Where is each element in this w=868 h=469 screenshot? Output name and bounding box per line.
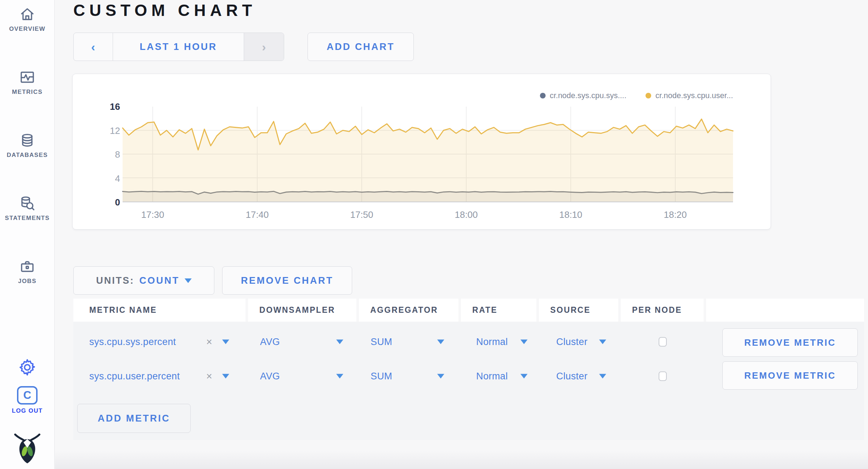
column-header-source: SOURCE (539, 299, 618, 322)
downsampler-dropdown[interactable]: AVG (260, 371, 280, 382)
sidebar-settings[interactable] (0, 358, 55, 376)
sidebar-logout[interactable]: C LOG OUT (0, 386, 55, 414)
column-header-downsampler: DOWNSAMPLER (248, 299, 356, 322)
chevron-down-icon[interactable] (520, 374, 528, 379)
per-node-checkbox[interactable] (659, 372, 667, 381)
chevron-down-icon[interactable] (599, 374, 606, 379)
aggregator-dropdown[interactable]: SUM (371, 337, 392, 347)
chevron-down-icon[interactable] (222, 340, 229, 344)
legend-label: cr.node.sys.cpu.user... (655, 91, 733, 100)
legend-item[interactable]: cr.node.sys.cpu.user... (646, 91, 733, 100)
chevron-down-icon[interactable] (437, 374, 444, 379)
clear-metric-icon[interactable]: × (206, 336, 212, 348)
chevron-down-icon[interactable] (437, 340, 444, 344)
cockroachdb-bug-icon (9, 434, 46, 466)
x-axis-tick: 18:10 (559, 209, 582, 220)
legend-label: cr.node.sys.cpu.sys.... (550, 91, 626, 100)
remove-metric-button[interactable]: REMOVE METRIC (722, 328, 858, 357)
time-range-label[interactable]: LAST 1 HOUR (113, 33, 244, 61)
cockroach-c-icon: C (17, 386, 38, 405)
legend-dot-icon (646, 93, 651, 98)
units-label: UNITS: (96, 275, 134, 286)
sidebar: OVERVIEW METRICS DATABASES (0, 0, 55, 469)
chart-card: cr.node.sys.cpu.sys.... cr.node.sys.cpu.… (72, 74, 771, 230)
x-axis-tick: 18:20 (664, 209, 687, 220)
aggregator-dropdown[interactable]: SUM (371, 371, 392, 382)
sidebar-logo (0, 434, 55, 466)
home-icon (19, 6, 36, 23)
y-axis-tick: 8 (87, 149, 120, 160)
metric-name-value[interactable]: sys.cpu.user.percent (89, 371, 180, 382)
gear-icon (18, 358, 36, 376)
y-axis-tick: 0 (87, 197, 120, 208)
sidebar-item-databases[interactable]: DATABASES (0, 132, 55, 159)
time-prev-button[interactable]: ‹ (74, 33, 113, 61)
column-header-actions (706, 299, 864, 322)
chart-legend: cr.node.sys.cpu.sys.... cr.node.sys.cpu.… (540, 91, 733, 100)
x-axis-tick: 17:40 (246, 209, 269, 220)
metric-name-value[interactable]: sys.cpu.sys.percent (89, 337, 176, 347)
sidebar-item-statements[interactable]: STATEMENTS (0, 195, 55, 222)
chevron-down-icon (185, 278, 192, 283)
sidebar-item-label: METRICS (0, 89, 55, 96)
chevron-down-icon[interactable] (336, 374, 343, 379)
remove-metric-button[interactable]: REMOVE METRIC (722, 361, 858, 390)
per-node-checkbox[interactable] (659, 337, 667, 347)
y-axis-tick: 12 (87, 125, 120, 136)
sidebar-item-label: JOBS (0, 278, 55, 285)
x-axis-tick: 17:50 (350, 209, 373, 220)
rate-dropdown[interactable]: Normal (476, 337, 508, 347)
column-header-metric-name: METRIC NAME (73, 299, 246, 322)
sidebar-item-overview[interactable]: OVERVIEW (0, 6, 55, 33)
time-next-button-disabled[interactable]: › (244, 33, 284, 61)
sidebar-item-label: OVERVIEW (0, 26, 55, 33)
rate-dropdown[interactable]: Normal (476, 371, 508, 382)
remove-chart-button[interactable]: REMOVE CHART (222, 266, 352, 295)
y-axis-tick: 16 (87, 101, 120, 112)
jobs-icon (19, 258, 36, 275)
sidebar-item-jobs[interactable]: JOBS (0, 258, 55, 285)
x-axis-tick: 17:30 (141, 209, 164, 220)
chevron-left-icon: ‹ (91, 41, 95, 53)
y-axis-tick: 4 (87, 173, 120, 184)
clear-metric-icon[interactable]: × (206, 371, 212, 382)
add-chart-button[interactable]: ADD CHART (308, 33, 414, 61)
databases-icon (19, 132, 36, 149)
chevron-down-icon[interactable] (520, 340, 528, 344)
time-range-picker: ‹ LAST 1 HOUR › (73, 33, 284, 61)
custom-chart-page: OVERVIEW METRICS DATABASES (0, 0, 868, 469)
logout-label: LOG OUT (0, 407, 55, 414)
chevron-right-icon: › (262, 41, 266, 53)
column-header-aggregator: AGGREGATOR (359, 299, 458, 322)
legend-dot-icon (540, 93, 546, 98)
sidebar-item-metrics[interactable]: METRICS (0, 69, 55, 96)
units-dropdown[interactable]: UNITS: COUNT (73, 266, 214, 295)
source-dropdown[interactable]: Cluster (556, 371, 587, 382)
units-value: COUNT (139, 275, 180, 286)
downsampler-dropdown[interactable]: AVG (260, 337, 280, 347)
x-axis-tick: 18:00 (455, 209, 478, 220)
legend-item[interactable]: cr.node.sys.cpu.sys.... (540, 91, 626, 100)
sidebar-item-label: DATABASES (0, 152, 55, 159)
chevron-down-icon[interactable] (336, 340, 343, 344)
source-dropdown[interactable]: Cluster (556, 337, 587, 347)
column-header-per-node: PER NODE (621, 299, 704, 322)
chevron-down-icon[interactable] (222, 374, 229, 379)
column-header-rate: RATE (461, 299, 536, 322)
add-metric-button[interactable]: ADD METRIC (77, 404, 191, 433)
metrics-table: METRIC NAME DOWNSAMPLER AGGREGATOR RATE … (73, 299, 864, 440)
chart-plot-area[interactable] (123, 107, 733, 202)
chart-series-svg (123, 107, 733, 202)
metrics-icon (19, 69, 36, 86)
statements-icon (19, 195, 36, 212)
page-bottom-fade (55, 451, 868, 469)
page-title: CUSTOM CHART (73, 1, 256, 20)
chevron-down-icon[interactable] (599, 340, 606, 344)
sidebar-item-label: STATEMENTS (0, 215, 55, 222)
